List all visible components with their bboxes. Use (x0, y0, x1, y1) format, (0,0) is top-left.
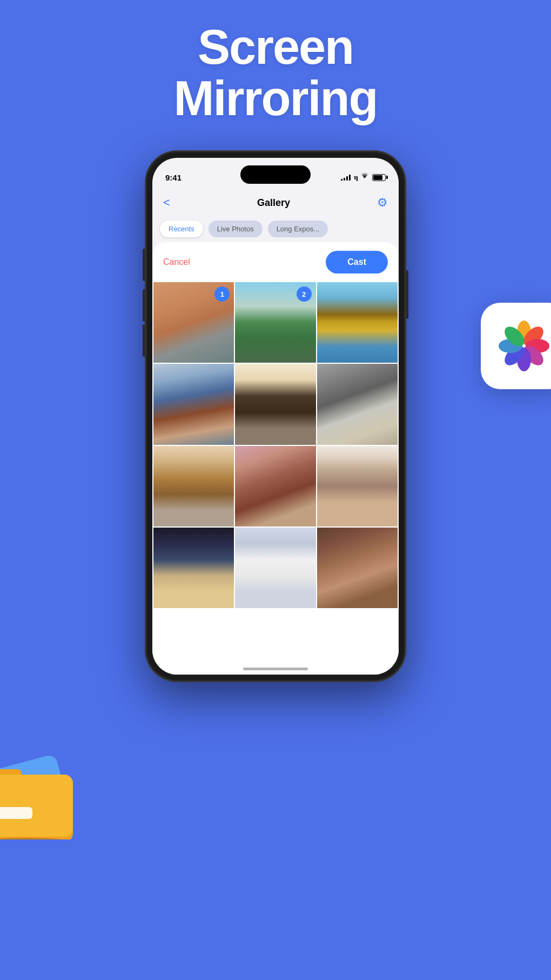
tab-live-photos[interactable]: Live Photos (209, 221, 263, 237)
photo-cell-4[interactable] (153, 364, 234, 444)
settings-button[interactable]: ⚙ (377, 196, 388, 210)
home-indicator (243, 668, 308, 670)
status-time: 9:41 (165, 173, 182, 182)
battery-icon (372, 174, 386, 181)
photo-cell-12[interactable] (317, 528, 398, 608)
phone-frame: 9:41 𝛈 (146, 151, 405, 681)
photo-grid: 1 2 (152, 282, 399, 608)
photo-cell-1[interactable]: 1 (153, 282, 234, 363)
photo-cell-11[interactable] (235, 528, 315, 608)
photo-cell-8[interactable] (235, 446, 315, 526)
nav-bar: < Gallery ⚙ (152, 189, 399, 216)
photo-cell-7[interactable] (153, 446, 234, 526)
photo-cell-3[interactable] (317, 282, 398, 363)
bottom-sheet: Cancel Cast 1 2 (152, 242, 399, 675)
dynamic-island (240, 165, 311, 184)
photo-cell-9[interactable] (317, 446, 398, 526)
svg-rect-13 (0, 807, 32, 819)
svg-rect-12 (0, 775, 73, 837)
app-title: Screen Mirroring (0, 22, 551, 124)
title-area: Screen Mirroring (0, 22, 551, 124)
photo-cell-5[interactable] (235, 364, 315, 444)
photo-cell-2[interactable]: 2 (235, 282, 315, 363)
filter-tabs: Recents Live Photos Long Expos... (152, 216, 399, 242)
wifi-icon: 𝛈 (354, 173, 369, 182)
back-button[interactable]: < (163, 196, 170, 210)
photo-badge-2: 2 (297, 286, 312, 302)
photo-cell-6[interactable] (317, 364, 398, 444)
photos-app-icon (481, 303, 551, 389)
signal-icon (341, 174, 351, 181)
phone-mockup: 9:41 𝛈 (146, 151, 405, 681)
cancel-button[interactable]: Cancel (163, 257, 190, 267)
tab-long-exposure[interactable]: Long Expos... (268, 221, 328, 237)
nav-title: Gallery (257, 197, 290, 209)
cast-button[interactable]: Cast (326, 251, 388, 274)
action-bar: Cancel Cast (152, 242, 399, 282)
folder-app-icon (0, 742, 86, 839)
photo-cell-10[interactable] (153, 528, 234, 608)
status-icons: 𝛈 (341, 173, 386, 182)
tab-recents[interactable]: Recents (160, 221, 203, 237)
phone-screen: 9:41 𝛈 (152, 158, 399, 675)
